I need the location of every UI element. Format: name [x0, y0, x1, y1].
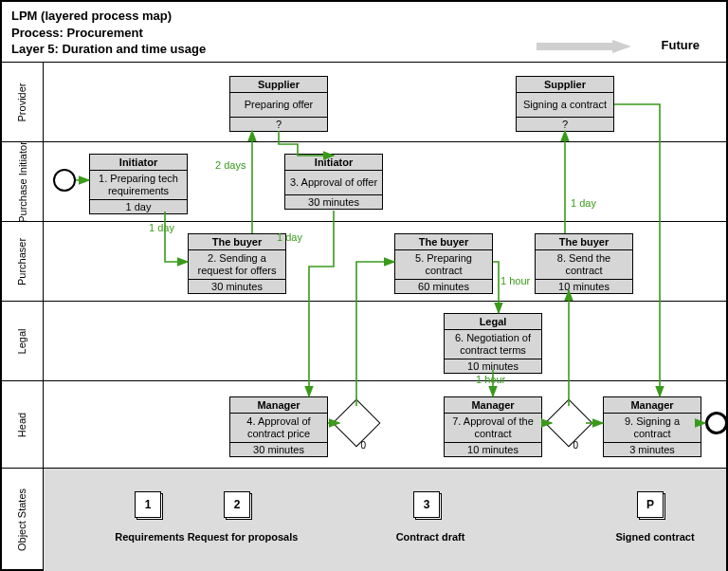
object-state-3: 3	[413, 491, 440, 518]
activity-legal-6: Legal 6. Negotiation of contract terms 1…	[444, 313, 542, 374]
lpm-diagram: LPM (layered process map) Process: Procu…	[0, 0, 728, 571]
activity-duration: 1 day	[90, 200, 187, 213]
activity-task: 7. Approval of the contract	[445, 414, 541, 443]
object-label-3: Contract draft	[383, 531, 478, 543]
activity-task: 6. Negotiation of contract terms	[445, 330, 541, 359]
lane-content-legal: Legal 6. Negotiation of contract terms 1…	[44, 302, 726, 380]
object-state-p: P	[637, 491, 664, 518]
activity-manager-7: Manager 7. Approval of the contract 10 m…	[444, 396, 542, 457]
lane-legal: Legal Legal 6. Negotiation of contract t…	[2, 302, 726, 381]
gateway-2: 0	[552, 406, 586, 440]
future-label: Future	[662, 38, 700, 52]
lane-label-head: Head	[2, 381, 44, 468]
activity-role: Initiator	[90, 155, 187, 171]
future-arrow-icon	[537, 40, 631, 53]
activity-role: The buyer	[189, 234, 285, 250]
activity-task: Preparing offer	[230, 93, 327, 118]
lane-content-provider: Supplier Preparing offer ? Supplier Sign…	[44, 63, 726, 141]
diamond-icon	[333, 399, 381, 448]
flow-label-1day-c: 1 day	[571, 197, 596, 209]
activity-duration: 30 minutes	[230, 443, 327, 456]
activity-duration: ?	[230, 118, 327, 131]
lane-content-purchaser: The buyer 2. Sending a request for offer…	[44, 222, 726, 301]
header-title-1: LPM (layered process map)	[11, 8, 717, 25]
activity-task: 2. Sending a request for offers	[189, 250, 285, 280]
gateway-1: 0	[339, 406, 373, 440]
activity-duration: 10 minutes	[445, 359, 541, 373]
activity-role: Manager	[230, 397, 327, 414]
lane-object-states: Object States 1 Requirements 2 Request f…	[2, 469, 726, 571]
activity-task: 1. Preparing tech requirements	[90, 171, 187, 200]
lane-initiator: Purchase Initiator Initiator 1. Preparin…	[2, 142, 726, 222]
activity-buyer-5: The buyer 5. Preparing contract 60 minut…	[394, 233, 493, 294]
diamond-icon	[545, 399, 593, 448]
activity-duration: 10 minutes	[536, 280, 632, 293]
activity-task: Signing a contract	[517, 93, 613, 118]
object-label-2: Request for proposals	[176, 531, 309, 543]
gateway-zero: 0	[573, 440, 578, 451]
flow-label-1hour-b: 1 hour	[476, 374, 505, 385]
lane-content-objects: 1 Requirements 2 Request for proposals 3…	[44, 469, 726, 571]
activity-role: Manager	[604, 397, 701, 414]
activity-manager-9: Manager 9. Signing a contract 3 minutes	[603, 396, 701, 457]
object-state-1: 1	[135, 491, 161, 518]
lane-content-initiator: Initiator 1. Preparing tech requirements…	[44, 142, 726, 221]
activity-supplier-offer: Supplier Preparing offer ?	[229, 76, 328, 132]
activity-role: The buyer	[395, 234, 492, 250]
activity-duration: 60 minutes	[395, 280, 492, 293]
activity-buyer-8: The buyer 8. Send the contract 10 minute…	[535, 233, 633, 294]
activity-role: The buyer	[536, 234, 632, 250]
activity-task: 9. Signing a contract	[604, 414, 701, 443]
header-title-2: Process: Procurement	[11, 25, 717, 42]
activity-role: Supplier	[517, 77, 613, 93]
activity-duration: 3 minutes	[604, 443, 701, 456]
activity-role: Legal	[445, 314, 541, 330]
activity-duration: 10 minutes	[445, 443, 541, 456]
end-event-icon	[705, 412, 728, 434]
activity-duration: 30 minutes	[285, 195, 382, 209]
lane-label-objects: Object States	[2, 469, 44, 571]
svg-marker-0	[537, 40, 631, 53]
lane-provider: Provider Supplier Preparing offer ? Supp…	[2, 63, 726, 142]
flow-label-1hour-a: 1 hour	[500, 275, 530, 286]
activity-manager-4: Manager 4. Approval of contract price 30…	[229, 396, 328, 457]
lane-label-purchaser: Purchaser	[2, 222, 44, 301]
diagram-header: LPM (layered process map) Process: Procu…	[2, 2, 726, 63]
activity-initiator-1: Initiator 1. Preparing tech requirements…	[89, 154, 188, 214]
lane-label-initiator: Purchase Initiator	[2, 142, 44, 221]
activity-supplier-sign: Supplier Signing a contract ?	[516, 76, 614, 132]
activity-task: 3. Approval of offer	[285, 171, 382, 195]
lane-head: Head Manager 4. Approval of contract pri…	[2, 381, 726, 469]
gateway-zero: 0	[360, 440, 366, 451]
activity-buyer-2: The buyer 2. Sending a request for offer…	[188, 233, 286, 294]
activity-task: 4. Approval of contract price	[230, 414, 327, 443]
activity-role: Supplier	[230, 77, 327, 93]
lane-label-provider: Provider	[2, 63, 44, 141]
activity-role: Initiator	[285, 155, 382, 171]
object-state-2: 2	[224, 491, 250, 518]
flow-label-1day-b: 1 day	[277, 231, 302, 243]
lane-label-legal: Legal	[2, 302, 44, 380]
flow-label-1day-a: 1 day	[149, 222, 174, 233]
swimlanes: Provider Supplier Preparing offer ? Supp…	[2, 63, 726, 569]
activity-role: Manager	[445, 397, 541, 414]
start-event-icon	[53, 169, 76, 192]
activity-initiator-3: Initiator 3. Approval of offer 30 minute…	[284, 154, 383, 210]
flow-label-2days: 2 days	[215, 159, 246, 171]
lane-content-head: Manager 4. Approval of contract price 30…	[44, 381, 726, 468]
lane-purchaser: Purchaser The buyer 2. Sending a request…	[2, 222, 726, 302]
activity-task: 5. Preparing contract	[395, 250, 492, 280]
activity-duration: 30 minutes	[189, 280, 285, 293]
activity-task: 8. Send the contract	[536, 250, 632, 280]
object-label-p: Signed contract	[603, 531, 707, 543]
activity-duration: ?	[517, 118, 613, 131]
